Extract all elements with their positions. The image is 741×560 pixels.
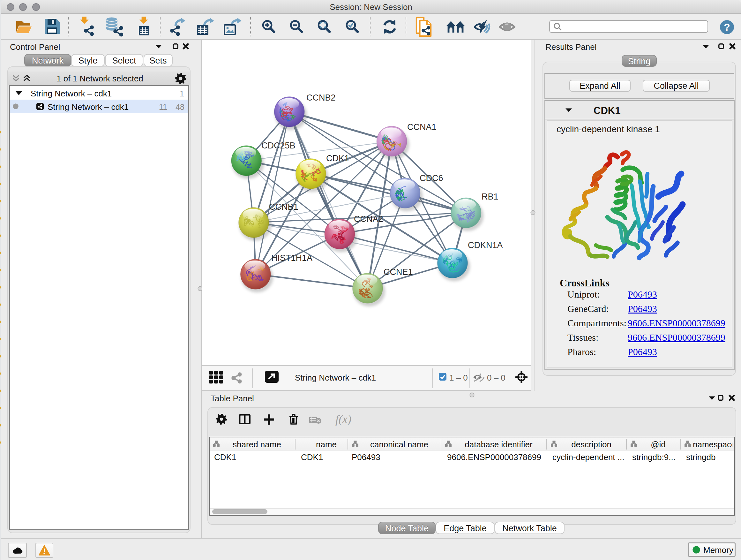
svg-text:?: ? (724, 21, 730, 33)
svg-text:CCNA1: CCNA1 (407, 122, 436, 132)
svg-text:CDC25B: CDC25B (261, 141, 295, 150)
svg-text:CDC6: CDC6 (420, 173, 443, 183)
svg-text:CDKN1A: CDKN1A (468, 240, 503, 250)
svg-text:CCNB1: CCNB1 (269, 202, 298, 212)
svg-text:CCNA2: CCNA2 (354, 214, 383, 224)
svg-text:HIST1H1A: HIST1H1A (271, 253, 313, 263)
svg-text:RB1: RB1 (482, 192, 498, 201)
svg-text:CDK1: CDK1 (326, 153, 349, 163)
svg-text:CCNE1: CCNE1 (384, 267, 413, 277)
svg-text:CCNB2: CCNB2 (307, 93, 336, 103)
